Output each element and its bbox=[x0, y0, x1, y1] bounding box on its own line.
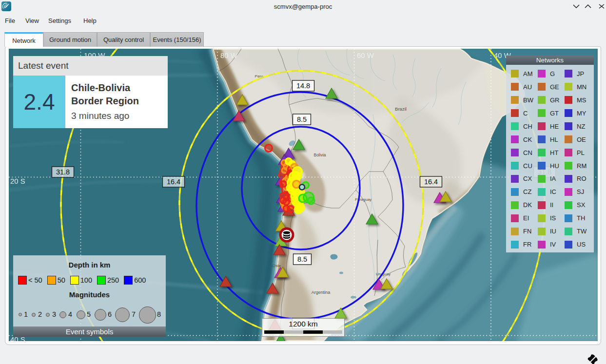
svg-text:31.8: 31.8 bbox=[56, 168, 70, 176]
svg-text:8.5: 8.5 bbox=[297, 115, 307, 123]
svg-text:16.4: 16.4 bbox=[424, 178, 438, 186]
svg-text:60 W: 60 W bbox=[357, 51, 374, 59]
svg-text:Paraguay: Paraguay bbox=[355, 197, 371, 202]
svg-text:14.8: 14.8 bbox=[296, 82, 310, 90]
svg-text:8.5: 8.5 bbox=[297, 255, 307, 263]
svg-text:Bolivia: Bolivia bbox=[313, 153, 326, 157]
svg-text:16.4: 16.4 bbox=[167, 178, 180, 186]
svg-text:Chile: Chile bbox=[272, 264, 281, 268]
svg-text:Brazil: Brazil bbox=[395, 106, 407, 112]
svg-text:20 S: 20 S bbox=[10, 177, 25, 185]
svg-text:Argentina: Argentina bbox=[312, 290, 331, 295]
svg-text:80 W: 80 W bbox=[220, 51, 238, 59]
